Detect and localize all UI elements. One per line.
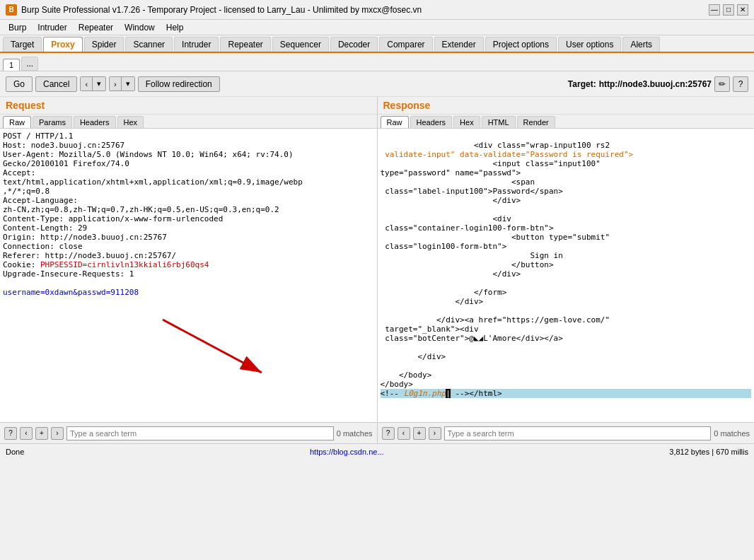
- request-options-icon[interactable]: ›: [51, 427, 64, 440]
- main-content: Request Raw Params Headers Hex POST / HT…: [0, 97, 754, 443]
- titlebar: B Burp Suite Professional v1.7.26 - Temp…: [0, 0, 754, 20]
- svg-line-1: [163, 320, 262, 373]
- tab-user-options[interactable]: User options: [558, 37, 621, 52]
- tab-project-options[interactable]: Project options: [485, 37, 557, 52]
- menu-burp[interactable]: Burp: [3, 21, 32, 34]
- back-dropdown-button[interactable]: ▾: [93, 77, 105, 91]
- toolbar: Go Cancel ‹ ▾ › ▾ Follow redirection Tar…: [0, 71, 754, 97]
- request-text: POST / HTTP/1.1 Host: node3.buuoj.cn:257…: [3, 132, 374, 297]
- back-button[interactable]: ‹: [81, 77, 93, 91]
- tab-intruder[interactable]: Intruder: [174, 37, 219, 52]
- request-content[interactable]: POST / HTTP/1.1 Host: node3.buuoj.cn:257…: [0, 129, 377, 422]
- tab-extender[interactable]: Extender: [434, 37, 484, 52]
- help-button[interactable]: ?: [733, 76, 748, 92]
- sub-tab-more[interactable]: ...: [21, 57, 38, 71]
- follow-redirect-button[interactable]: Follow redirection: [138, 76, 220, 92]
- menu-window[interactable]: Window: [119, 21, 161, 34]
- response-panel: Response Raw Headers Hex HTML Render <di…: [378, 97, 755, 443]
- window-controls[interactable]: — □ ✕: [709, 4, 748, 16]
- cancel-button[interactable]: Cancel: [35, 76, 77, 92]
- main-tab-bar: Target Proxy Spider Scanner Intruder Rep…: [0, 35, 754, 53]
- maximize-button[interactable]: □: [723, 4, 734, 16]
- sub-tab-1[interactable]: 1: [3, 59, 20, 71]
- tab-comparer[interactable]: Comparer: [379, 37, 432, 52]
- status-text: Done: [6, 448, 24, 456]
- response-tab-raw[interactable]: Raw: [381, 116, 409, 128]
- tab-target[interactable]: Target: [3, 37, 42, 52]
- response-text: <div class="wrap-input100 rs2 validate-i…: [381, 132, 752, 398]
- request-search-input[interactable]: [66, 426, 334, 441]
- window-title: Burp Suite Professional v1.7.26 - Tempor…: [21, 5, 709, 15]
- tab-decoder[interactable]: Decoder: [330, 37, 378, 52]
- forward-button[interactable]: ›: [110, 77, 122, 91]
- target-url: http://node3.buuoj.cn:25767: [599, 79, 712, 89]
- tab-scanner[interactable]: Scanner: [125, 37, 173, 52]
- minimize-button[interactable]: —: [709, 4, 720, 16]
- request-search-bar: ? ‹ + › 0 matches: [0, 422, 377, 443]
- target-label: Target:: [568, 79, 596, 89]
- go-button[interactable]: Go: [6, 76, 33, 92]
- tab-proxy[interactable]: Proxy: [43, 37, 82, 52]
- response-search-input[interactable]: [444, 426, 712, 441]
- menubar: Burp Intruder Repeater Window Help: [0, 20, 754, 35]
- sub-tab-bar: 1 ...: [0, 53, 754, 71]
- request-tab-params[interactable]: Params: [33, 116, 72, 128]
- tab-alerts[interactable]: Alerts: [622, 37, 660, 52]
- request-prev-match[interactable]: ‹: [20, 427, 33, 440]
- response-tab-render[interactable]: Render: [517, 116, 555, 128]
- request-search-matches: 0 matches: [337, 429, 373, 438]
- response-tab-hex[interactable]: Hex: [453, 116, 480, 128]
- forward-nav-group[interactable]: › ▾: [109, 76, 135, 91]
- forward-dropdown-button[interactable]: ▾: [122, 77, 134, 91]
- request-header: Request: [0, 97, 377, 115]
- request-tab-bar: Raw Params Headers Hex: [0, 115, 377, 129]
- response-options-icon[interactable]: ›: [429, 427, 441, 440]
- request-panel: Request Raw Params Headers Hex POST / HT…: [0, 97, 378, 443]
- menu-repeater[interactable]: Repeater: [73, 21, 119, 34]
- response-content[interactable]: <div class="wrap-input100 rs2 validate-i…: [378, 129, 755, 422]
- response-tab-html[interactable]: HTML: [482, 116, 516, 128]
- response-header: Response: [378, 97, 755, 115]
- response-tab-headers[interactable]: Headers: [410, 116, 453, 128]
- response-search-matches: 0 matches: [714, 429, 750, 438]
- response-search-bar: ? ‹ + › 0 matches: [378, 422, 755, 443]
- status-url: https://blog.csdn.ne...: [310, 448, 384, 456]
- request-tab-hex[interactable]: Hex: [117, 116, 144, 128]
- tab-sequencer[interactable]: Sequencer: [272, 37, 329, 52]
- back-nav-group[interactable]: ‹ ▾: [80, 76, 106, 91]
- request-tab-raw[interactable]: Raw: [3, 116, 31, 128]
- response-prev-match[interactable]: ‹: [398, 427, 410, 440]
- status-bytes: 3,812 bytes | 670 millis: [669, 448, 748, 456]
- response-help-icon[interactable]: ?: [382, 427, 395, 440]
- edit-target-button[interactable]: ✏: [714, 76, 730, 92]
- menu-help[interactable]: Help: [161, 21, 190, 34]
- target-info: Target: http://node3.buuoj.cn:25767 ✏ ?: [568, 76, 748, 92]
- menu-intruder[interactable]: Intruder: [32, 21, 72, 34]
- request-help-icon[interactable]: ?: [4, 427, 17, 440]
- response-tab-bar: Raw Headers Hex HTML Render: [378, 115, 755, 129]
- request-next-match[interactable]: +: [35, 427, 48, 440]
- close-button[interactable]: ✕: [737, 4, 748, 16]
- tab-repeater[interactable]: Repeater: [220, 37, 270, 52]
- app-icon: B: [6, 4, 17, 16]
- request-tab-headers[interactable]: Headers: [74, 116, 116, 128]
- response-next-match[interactable]: +: [413, 427, 426, 440]
- statusbar: Done https://blog.csdn.ne... 3,812 bytes…: [0, 443, 754, 459]
- tab-spider[interactable]: Spider: [84, 37, 124, 52]
